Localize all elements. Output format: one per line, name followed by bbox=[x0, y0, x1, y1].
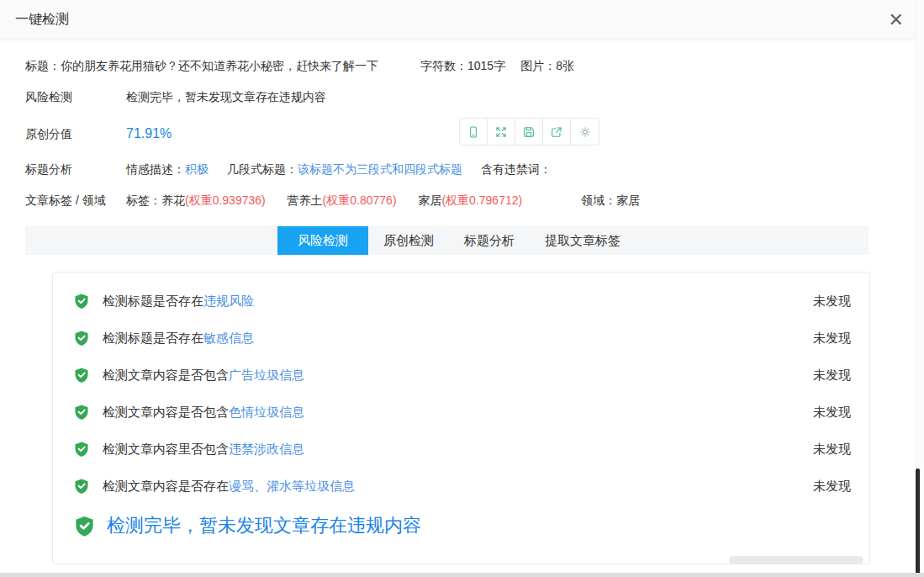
risk-label: 风险检测 bbox=[25, 88, 126, 105]
close-icon[interactable]: ✕ bbox=[884, 9, 909, 31]
check-result: 未发现 bbox=[813, 294, 851, 310]
mobile-preview-icon[interactable] bbox=[460, 119, 488, 145]
tags-row-label: 文章标签 / 领域 bbox=[25, 192, 126, 209]
tags-domain-row: 文章标签 / 领域 标签： 养花(权重0.939736) 营养土(权重0.807… bbox=[25, 192, 897, 209]
tags-label: 标签： bbox=[126, 192, 161, 209]
article-tag: 养花(权重0.939736) bbox=[161, 193, 266, 207]
shield-check-icon bbox=[73, 478, 90, 495]
check-result: 未发现 bbox=[813, 479, 851, 495]
check-row: 检测文章内容是否包含色情垃圾信息 未发现 bbox=[73, 394, 851, 431]
shield-check-icon bbox=[73, 330, 90, 347]
conclusion-row: 检测完毕，暂未发现文章存在违规内容 bbox=[73, 513, 851, 538]
tab-0[interactable]: 风险检测 bbox=[277, 226, 368, 255]
article-title: 标题：你的朋友养花用猫砂？还不知道养花小秘密，赶快来了解一下 bbox=[25, 57, 378, 74]
article-tag: 营养土(权重0.80776) bbox=[288, 193, 397, 207]
char-count: 字符数：1015字 bbox=[420, 57, 505, 74]
sentiment-label: 情感描述： bbox=[126, 161, 185, 177]
segment-style-label: 几段式标题： bbox=[227, 161, 298, 177]
article-info-row: 标题：你的朋友养花用猫砂？还不知道养花小秘密，赶快来了解一下 字符数：1015字… bbox=[25, 57, 897, 74]
banned-words-label: 含有违禁词： bbox=[481, 161, 552, 177]
export-icon[interactable] bbox=[543, 119, 571, 145]
shield-check-icon bbox=[73, 404, 90, 421]
sentiment-value: 积极 bbox=[185, 161, 209, 177]
vertical-scrollbar-thumb[interactable] bbox=[916, 468, 920, 577]
originality-score: 71.91% bbox=[126, 125, 172, 142]
tag-list: 养花(权重0.939736) 营养土(权重0.80776) 家居(权重0.796… bbox=[161, 192, 541, 209]
shield-check-icon bbox=[73, 293, 90, 310]
risk-detection-row: 风险检测 检测完毕，暂未发现文章存在违规内容 bbox=[25, 88, 897, 105]
bottom-scrollbar-track bbox=[0, 573, 924, 577]
tab-1[interactable]: 原创检测 bbox=[368, 226, 449, 255]
check-row: 检测标题是否存在违规风险 未发现 bbox=[73, 283, 851, 320]
check-row: 检测文章内容是否包含广告垃圾信息 未发现 bbox=[73, 357, 851, 394]
shield-check-icon bbox=[73, 515, 96, 537]
check-text: 检测标题是否存在违规风险 bbox=[103, 294, 254, 310]
tab-2[interactable]: 标题分析 bbox=[449, 226, 530, 255]
check-text: 检测文章内容是否存在谩骂、灌水等垃圾信息 bbox=[103, 479, 355, 495]
domain: 领域：家居 bbox=[581, 192, 640, 209]
segment-style-value: 该标题不为三段式和四段式标题 bbox=[298, 161, 462, 177]
one-click-detection-modal: 一键检测 ✕ 标题：你的朋友养花用猫砂？还不知道养花小秘密，赶快来了解一下 字符… bbox=[0, 0, 924, 577]
check-result: 未发现 bbox=[813, 331, 851, 347]
check-text: 检测文章内容是否包含广告垃圾信息 bbox=[103, 368, 304, 384]
originality-row: 原创分值 71.91% bbox=[25, 119, 897, 148]
title-analysis-label: 标题分析 bbox=[25, 161, 126, 177]
result-card: 检测标题是否存在违规风险 未发现 检测标题是否存在敏感信息 未发现 检测文章内容… bbox=[52, 272, 870, 564]
check-row: 检测文章内容是否存在谩骂、灌水等垃圾信息 未发现 bbox=[73, 468, 851, 505]
article-tag: 家居(权重0.796712) bbox=[418, 193, 522, 207]
settings-gear-icon[interactable] bbox=[571, 119, 599, 145]
modal-header: 一键检测 ✕ bbox=[0, 0, 924, 40]
check-result: 未发现 bbox=[813, 442, 851, 458]
check-row: 检测文章内容里否包含违禁涉政信息 未发现 bbox=[73, 431, 851, 468]
save-icon[interactable] bbox=[515, 119, 543, 145]
horizontal-scrollbar-thumb[interactable] bbox=[729, 556, 863, 564]
check-result: 未发现 bbox=[813, 405, 851, 421]
check-text: 检测文章内容里否包含违禁涉政信息 bbox=[103, 442, 304, 458]
tab-3[interactable]: 提取文章标签 bbox=[530, 226, 636, 255]
title-analysis-row: 标题分析 情感描述： 积极 几段式标题： 该标题不为三段式和四段式标题 含有违禁… bbox=[25, 161, 897, 177]
icon-toolbar bbox=[459, 118, 599, 146]
page-title: 一键检测 bbox=[15, 11, 69, 29]
tabs: 风险检测 原创检测 标题分析 提取文章标签 bbox=[25, 226, 869, 255]
image-count: 图片：8张 bbox=[520, 57, 574, 74]
shield-check-icon bbox=[73, 367, 90, 384]
check-list: 检测标题是否存在违规风险 未发现 检测标题是否存在敏感信息 未发现 检测文章内容… bbox=[73, 283, 851, 505]
summary-section: 标题：你的朋友养花用猫砂？还不知道养花小秘密，赶快来了解一下 字符数：1015字… bbox=[0, 40, 924, 564]
check-row: 检测标题是否存在敏感信息 未发现 bbox=[73, 320, 851, 357]
fullscreen-icon[interactable] bbox=[488, 119, 515, 145]
check-result: 未发现 bbox=[813, 368, 851, 384]
risk-value: 检测完毕，暂未发现文章存在违规内容 bbox=[126, 88, 326, 105]
check-text: 检测文章内容是否包含色情垃圾信息 bbox=[103, 405, 304, 421]
conclusion-text: 检测完毕，暂未发现文章存在违规内容 bbox=[107, 513, 421, 538]
check-text: 检测标题是否存在敏感信息 bbox=[103, 331, 254, 347]
shield-check-icon bbox=[73, 441, 90, 458]
originality-label: 原创分值 bbox=[25, 125, 126, 142]
